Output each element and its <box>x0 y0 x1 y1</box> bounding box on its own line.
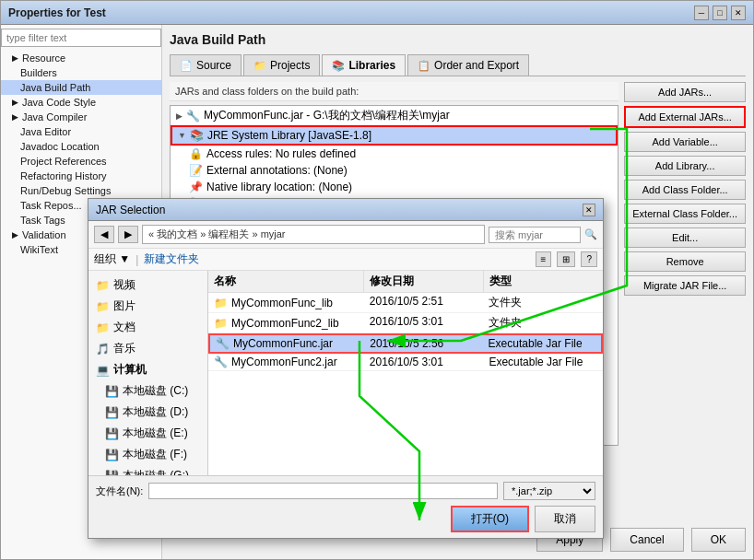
tree-item-docs[interactable]: 📁 文档 <box>88 317 207 338</box>
dialog-title: JAR Selection <box>96 204 165 216</box>
jar-item-access-rules[interactable]: 🔒 Access rules: No rules defined <box>171 146 618 162</box>
file-row-mycommonfunc2-lib[interactable]: 📁 MyCommonFunc2_lib 2016/10/5 3:01 文件夹 <box>208 313 603 333</box>
view-list-button[interactable]: ≡ <box>536 251 552 267</box>
sidebar-item-java-build-path[interactable]: Java Build Path <box>1 80 161 95</box>
jar-item-external-annotations[interactable]: 📝 External annotations: (None) <box>171 162 618 179</box>
back-button[interactable]: ◀ <box>94 226 114 243</box>
jar-item-jre[interactable]: ▼ 📚 JRE System Library [JavaSE-1.8] <box>171 125 618 146</box>
col-type: 类型 <box>484 271 603 292</box>
expand-arrow <box>12 216 17 225</box>
new-folder-link[interactable]: 新建文件夹 <box>144 251 199 267</box>
source-tab-icon: 📄 <box>180 60 193 72</box>
org-label[interactable]: 组织 ▼ <box>94 251 130 267</box>
add-jars-button[interactable]: Add JARs... <box>624 82 746 102</box>
tab-libraries[interactable]: 📚 Libraries <box>322 54 406 76</box>
remove-button[interactable]: Remove <box>624 251 746 272</box>
expand-icon: ▼ <box>178 131 186 140</box>
title-bar: Properties for Test ─ □ ✕ <box>1 1 753 25</box>
close-button[interactable]: ✕ <box>731 6 746 20</box>
dialog-close-button[interactable]: ✕ <box>583 204 595 216</box>
ok-button[interactable]: OK <box>691 528 746 552</box>
folder-icon: 📁 <box>214 317 228 330</box>
add-variable-button[interactable]: Add Variable... <box>624 132 746 152</box>
filename-input[interactable] <box>148 483 498 499</box>
window-title: Properties for Test <box>8 6 106 19</box>
view-grid-button[interactable]: ⊞ <box>557 251 575 267</box>
jar-icon: 🔧 <box>186 110 200 122</box>
sidebar-item-run-debug[interactable]: Run/Debug Settings <box>1 183 161 198</box>
sidebar-item-java-compiler[interactable]: ▶Java Compiler <box>1 110 161 124</box>
jar-item-mycommonfunc[interactable]: ▶ 🔧 MyCommonFunc.jar - G:\我的文档\编程相关\myja… <box>171 106 618 125</box>
tree-item-label: 本地磁盘 (E:) <box>123 426 188 441</box>
maximize-button[interactable]: □ <box>713 6 727 20</box>
search-icon: 🔍 <box>584 228 597 240</box>
file-list: 名称 修改日期 类型 📁 MyCommonFunc_lib 2016/10/5 … <box>208 271 603 477</box>
tree-item-music[interactable]: 🎵 音乐 <box>88 338 207 359</box>
file-cell-date: 2016/10/5 3:01 <box>364 354 484 370</box>
dialog-action-bar: 组织 ▼ | 新建文件夹 ≡ ⊞ ? <box>88 249 603 271</box>
help-button[interactable]: ? <box>581 251 597 267</box>
expand-arrow <box>12 201 17 210</box>
tree-item-videos[interactable]: 📁 视频 <box>88 274 207 296</box>
expand-arrow <box>12 186 17 195</box>
tab-source[interactable]: 📄 Source <box>170 54 242 76</box>
jar-item-native-library[interactable]: 📌 Native library location: (None) <box>171 179 618 195</box>
dialog-cancel-button[interactable]: 取消 <box>535 506 595 532</box>
tree-item-drive-d[interactable]: 💾 本地磁盘 (D:) <box>88 402 207 423</box>
sidebar-item-javadoc-location[interactable]: Javadoc Location <box>1 139 161 154</box>
tab-order-export[interactable]: 📋 Order and Export <box>407 54 529 76</box>
jar-item-label: Access rules: No rules defined <box>206 147 356 160</box>
sidebar-item-project-references[interactable]: Project References <box>1 154 161 169</box>
tree-item-drive-f[interactable]: 💾 本地磁盘 (F:) <box>88 444 207 465</box>
file-cell-date: 2016/10/5 2:51 <box>364 293 484 312</box>
tree-item-computer[interactable]: 💻 计算机 <box>88 359 207 380</box>
sidebar-item-java-code-style[interactable]: ▶Java Code Style <box>1 95 161 110</box>
jar-item-label: JRE System Library [JavaSE-1.8] <box>207 129 371 142</box>
tree-item-drive-e[interactable]: 💾 本地磁盘 (E:) <box>88 423 207 444</box>
expand-arrow <box>12 127 17 136</box>
tree-item-drive-c[interactable]: 💾 本地磁盘 (C:) <box>88 380 207 402</box>
file-row-mycommonfunc-jar[interactable]: 🔧 MyCommonFunc.jar 2016/10/5 2:56 Execut… <box>208 333 603 354</box>
tree-item-label: 图片 <box>113 298 135 314</box>
migrate-jar-button[interactable]: Migrate JAR File... <box>624 275 746 296</box>
expand-icon: ▶ <box>176 111 183 121</box>
add-library-button[interactable]: Add Library... <box>624 156 746 176</box>
tree-item-label: 文档 <box>113 320 135 335</box>
ext-annotations-icon: 📝 <box>189 164 203 177</box>
file-name-label: MyCommonFunc2.jar <box>231 356 337 368</box>
projects-tab-icon: 📁 <box>253 60 266 72</box>
tree-item-label: 本地磁盘 (F:) <box>123 447 187 462</box>
tree-item-pictures[interactable]: 📁 图片 <box>88 296 207 317</box>
tree-item-label: 视频 <box>113 277 135 293</box>
sidebar-item-java-editor[interactable]: Java Editor <box>1 124 161 139</box>
open-button[interactable]: 打开(O) <box>451 506 529 532</box>
forward-button[interactable]: ▶ <box>118 226 138 243</box>
file-name-label: MyCommonFunc.jar <box>233 337 333 350</box>
computer-icon: 💻 <box>96 364 110 377</box>
filetype-select[interactable]: *.jar;*.zip <box>503 482 595 500</box>
dialog-search-input[interactable] <box>489 227 581 243</box>
tab-bar: 📄 Source 📁 Projects 📚 Libraries 📋 Order … <box>170 54 746 76</box>
sidebar-item-builders[interactable]: Builders <box>1 65 161 80</box>
sidebar-item-resource[interactable]: ▶Resource <box>1 51 161 65</box>
cancel-button[interactable]: Cancel <box>610 528 683 552</box>
drive-icon: 💾 <box>105 385 119 398</box>
dialog-toolbar: ◀ ▶ « 我的文档 » 编程相关 » myjar 🔍 <box>88 221 603 249</box>
add-external-jars-button[interactable]: Add External JARs... <box>624 106 746 128</box>
col-name: 名称 <box>208 271 364 292</box>
edit-button[interactable]: Edit... <box>624 228 746 248</box>
minimize-button[interactable]: ─ <box>694 6 709 20</box>
tab-order-label: Order and Export <box>434 59 519 72</box>
sidebar-item-refactoring-history[interactable]: Refactoring History <box>1 169 161 183</box>
filter-input[interactable] <box>1 29 161 47</box>
file-row-mycommonfunc-lib[interactable]: 📁 MyCommonFunc_lib 2016/10/5 2:51 文件夹 <box>208 293 603 313</box>
add-class-folder-button[interactable]: Add Class Folder... <box>624 180 746 200</box>
action-buttons: Add JARs... Add External JARs... Add Var… <box>624 82 746 520</box>
dialog-bottom: 文件名(N): *.jar;*.zip 打开(O) 取消 <box>88 475 603 538</box>
file-row-mycommonfunc2-jar[interactable]: 🔧 MyCommonFunc2.jar 2016/10/5 3:01 Execu… <box>208 354 603 371</box>
expand-arrow <box>12 83 17 92</box>
expand-arrow: ▶ <box>12 230 18 239</box>
dialog-action-buttons: 打开(O) 取消 <box>96 506 595 532</box>
external-class-folder-button[interactable]: External Class Folder... <box>624 204 746 224</box>
tab-projects[interactable]: 📁 Projects <box>243 54 320 76</box>
